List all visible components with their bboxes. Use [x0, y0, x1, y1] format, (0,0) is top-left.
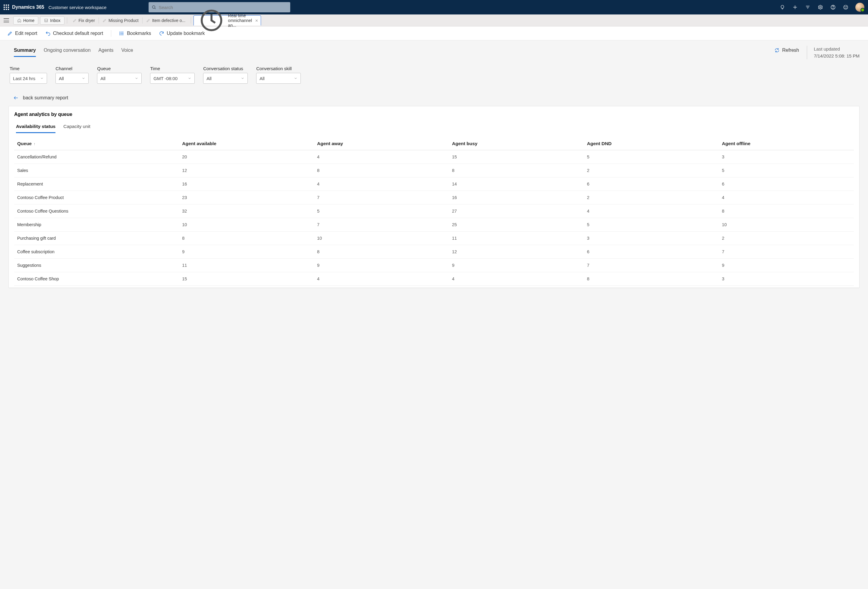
- tab-inbox-label: Inbox: [50, 18, 60, 23]
- filter-time-dropdown[interactable]: GMT -08:00: [150, 73, 195, 84]
- col-agent-dnd[interactable]: Agent DND: [584, 137, 719, 150]
- menu-icon[interactable]: [2, 16, 10, 24]
- tab-item-label: Item defective o...: [152, 18, 186, 23]
- refresh-button[interactable]: Refresh: [774, 47, 799, 53]
- edit-report-label: Edit report: [15, 31, 37, 36]
- cell-available: 32: [179, 205, 314, 218]
- view-tab-agents[interactable]: Agents: [99, 46, 114, 57]
- pencil-icon: [7, 31, 13, 36]
- table-row[interactable]: Contoso Coffee Shop154483: [14, 272, 854, 286]
- update-bookmark-button[interactable]: Update bookmark: [159, 31, 205, 36]
- tab-item[interactable]: Fix dryer: [69, 15, 98, 27]
- filter-conversation-status-dropdown[interactable]: All: [203, 73, 248, 84]
- brand-name: Dynamics 365: [12, 4, 44, 10]
- cell-queue: Membership: [14, 218, 179, 231]
- gear-icon[interactable]: [817, 4, 824, 10]
- col-agent-busy[interactable]: Agent busy: [449, 137, 584, 150]
- chevron-down-icon: [82, 77, 85, 80]
- agent-analytics-card: Agent analytics by queue Availability st…: [9, 106, 859, 288]
- workspace-name: Customer service workspace: [49, 5, 107, 10]
- back-link[interactable]: back summary report: [13, 95, 859, 100]
- cell-available: 8: [179, 231, 314, 245]
- filter-label: Time: [10, 66, 47, 71]
- cell-busy: 15: [449, 150, 584, 164]
- table-row[interactable]: Membership10725510: [14, 218, 854, 231]
- chevron-down-icon: [40, 77, 44, 80]
- view-tab-summary[interactable]: Summary: [14, 46, 36, 57]
- filter-icon[interactable]: [805, 4, 811, 10]
- col-agent-away[interactable]: Agent away: [314, 137, 449, 150]
- chevron-down-icon: [241, 77, 244, 80]
- cell-queue: Coffee subscription: [14, 245, 179, 259]
- tab-item[interactable]: Missing Product: [99, 15, 142, 27]
- agent-table: Queue↑Agent availableAgent awayAgent bus…: [14, 137, 854, 286]
- cell-available: 16: [179, 177, 314, 191]
- dropdown-value: All: [207, 76, 211, 81]
- filter-conversation-skill-dropdown[interactable]: All: [256, 73, 301, 84]
- lightbulb-icon[interactable]: [779, 4, 785, 10]
- back-link-label: back summary report: [23, 95, 68, 100]
- dropdown-value: Last 24 hrs: [13, 76, 35, 81]
- last-updated-value: 7/14/2022 5:08: 15 PM: [814, 53, 859, 60]
- svg-line-1: [155, 8, 156, 9]
- plus-icon[interactable]: [792, 4, 798, 10]
- filter-queue-dropdown[interactable]: All: [97, 73, 142, 84]
- checkout-report-label: Checkout default report: [53, 31, 103, 36]
- subtab-availability-status[interactable]: Availability status: [16, 122, 55, 133]
- table-row[interactable]: Coffee subscription981267: [14, 245, 854, 259]
- report-toolbar: Edit report Checkout default report Book…: [0, 27, 868, 40]
- inbox-icon: [44, 18, 48, 23]
- tab-close-button[interactable]: [255, 18, 258, 23]
- col-agent-available[interactable]: Agent available: [179, 137, 314, 150]
- chevron-down-icon: [188, 77, 191, 80]
- cell-dnd: 2: [584, 164, 719, 177]
- cell-queue: Contoso Coffee Shop: [14, 272, 179, 286]
- user-avatar[interactable]: [855, 3, 864, 12]
- filter-channel-dropdown[interactable]: All: [55, 73, 89, 84]
- emoji-icon[interactable]: [843, 4, 849, 10]
- bookmarks-button[interactable]: Bookmarks: [119, 31, 151, 36]
- filters-row: TimeLast 24 hrsChannelAllQueueAllTimeGMT…: [9, 66, 859, 84]
- sort-asc-icon: ↑: [34, 142, 35, 146]
- list-icon: [119, 31, 124, 36]
- checkout-report-button[interactable]: Checkout default report: [45, 31, 103, 36]
- app-launcher-icon[interactable]: [4, 4, 9, 10]
- svg-point-0: [152, 6, 155, 9]
- tab-active[interactable]: Real time omnichannel an...: [193, 15, 261, 26]
- col-agent-offline[interactable]: Agent offline: [719, 137, 854, 150]
- edit-report-button[interactable]: Edit report: [7, 31, 37, 36]
- subtab-capacity-unit[interactable]: Capacity unit: [63, 122, 90, 133]
- view-tab-voice[interactable]: Voice: [121, 46, 133, 57]
- table-row[interactable]: Purchasing gift card8101132: [14, 231, 854, 245]
- table-row[interactable]: Replacement1641466: [14, 177, 854, 191]
- filter-label: Conversation skill: [256, 66, 301, 71]
- cell-available: 20: [179, 150, 314, 164]
- tab-item[interactable]: Item defective o...: [143, 15, 189, 27]
- cell-queue: Contoso Coffee Product: [14, 191, 179, 205]
- chevron-down-icon: [294, 77, 297, 80]
- bookmarks-label: Bookmarks: [127, 31, 151, 36]
- table-row[interactable]: Sales128825: [14, 164, 854, 177]
- tab-active-label: Real time omnichannel an...: [228, 13, 253, 28]
- cell-queue: Replacement: [14, 177, 179, 191]
- cell-away: 4: [314, 272, 449, 286]
- table-row[interactable]: Suggestions119979: [14, 259, 854, 272]
- help-icon[interactable]: [830, 4, 836, 10]
- table-row[interactable]: Contoso Coffee Questions3252748: [14, 205, 854, 218]
- tab-home[interactable]: Home: [13, 16, 38, 25]
- refresh-icon: [774, 47, 780, 53]
- filter-time-dropdown[interactable]: Last 24 hrs: [10, 73, 47, 84]
- cell-away: 5: [314, 205, 449, 218]
- cell-away: 9: [314, 259, 449, 272]
- cell-busy: 8: [449, 164, 584, 177]
- dropdown-value: All: [100, 76, 105, 81]
- view-tab-ongoing-conversation[interactable]: Ongoing conversation: [44, 46, 91, 57]
- cell-dnd: 7: [584, 259, 719, 272]
- table-row[interactable]: Contoso Coffee Product2371624: [14, 191, 854, 205]
- cell-dnd: 5: [584, 150, 719, 164]
- col-queue[interactable]: Queue↑: [14, 137, 179, 150]
- table-row[interactable]: Cancellation/Refund2041553: [14, 150, 854, 164]
- cell-busy: 16: [449, 191, 584, 205]
- cell-available: 12: [179, 164, 314, 177]
- tab-inbox[interactable]: Inbox: [40, 16, 64, 25]
